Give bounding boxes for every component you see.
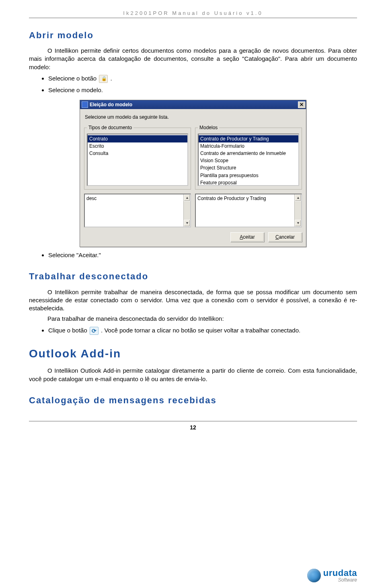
page-number: 12: [29, 424, 357, 431]
steps-abrir-modelo: Selecione o botão . Selecione o modelo.: [48, 74, 357, 94]
desc-left-panel[interactable]: desc ▴ ▾: [84, 194, 191, 227]
steps-after-dialog: Selecione "Aceitar.": [48, 251, 357, 259]
cancelar-button[interactable]: Cancelar: [268, 232, 302, 242]
list-modelos[interactable]: Contrato de Productor y Trading Matricul…: [198, 134, 299, 186]
brand-sub: Software: [323, 578, 357, 582]
step-select-button: Selecione o botão .: [48, 74, 357, 83]
scrollbar[interactable]: ▴ ▾: [294, 194, 301, 227]
list-item[interactable]: Feature proposal: [199, 179, 298, 186]
para-abrir-modelo: O Intellikon permite definir certos docu…: [29, 47, 357, 71]
step-select-model: Selecione o modelo.: [48, 86, 357, 94]
list-item[interactable]: Consulta: [88, 150, 187, 157]
group-tipos-documento: Tipos de documento Contrato Escrito Cons…: [84, 124, 191, 189]
list-item[interactable]: Plantilla para presupuestos: [199, 172, 298, 179]
para-outlook-addin: O Intellikon Outlook Add-in permite cata…: [29, 367, 357, 383]
scroll-up-icon[interactable]: ▴: [295, 194, 301, 201]
dialog-title: Eleição do modelo: [90, 101, 132, 108]
heading-catalogacao: Catalogação de mensagens recebidas: [29, 394, 357, 406]
footer: 12: [29, 421, 357, 431]
heading-outlook-addin: Outlook Add-in: [29, 346, 357, 361]
step-text-pre: Clique o botão: [48, 327, 89, 334]
model-button-icon: [99, 75, 108, 83]
legend-tipos: Tipos de documento: [87, 124, 133, 131]
step-text-post: .: [110, 75, 112, 82]
brand-name: urudata: [323, 569, 357, 578]
list-item[interactable]: Escrito: [88, 142, 187, 150]
list-item[interactable]: Project Structure: [199, 164, 298, 171]
dialog-titlebar: Eleição do modelo ✕: [80, 100, 306, 109]
brand-globe-icon: [307, 569, 321, 582]
para-desconectado-1: O Intellikon permite trabalhar de maneir…: [29, 288, 357, 313]
step-text-pre: Selecione o botão: [48, 75, 98, 82]
disconnect-button-icon: [90, 327, 99, 335]
dialog-title-icon: [82, 101, 88, 108]
desc-right-text: Contrato de Productor y Trading: [196, 194, 294, 227]
heading-abrir-modelo: Abrir modelo: [29, 29, 357, 41]
list-item[interactable]: Contrato de arrendamiento de Inmueble: [199, 150, 298, 157]
scroll-down-icon[interactable]: ▾: [184, 220, 190, 227]
list-item[interactable]: Contrato: [88, 135, 187, 142]
brand-logo: urudata Software: [307, 569, 357, 582]
list-item[interactable]: Vision Scope: [199, 157, 298, 164]
step-text-post: . Você pode tornar a clicar no botão se …: [101, 327, 300, 334]
group-modelos: Modelos Contrato de Productor y Trading …: [195, 124, 302, 189]
close-icon[interactable]: ✕: [298, 101, 305, 108]
list-tipos[interactable]: Contrato Escrito Consulta: [87, 134, 188, 186]
legend-modelos: Modelos: [198, 124, 219, 131]
scrollbar[interactable]: ▴ ▾: [183, 194, 190, 227]
step-select-aceitar: Selecione "Aceitar.": [48, 251, 357, 259]
desc-right-panel[interactable]: Contrato de Productor y Trading ▴ ▾: [195, 194, 302, 227]
scroll-up-icon[interactable]: ▴: [184, 194, 190, 201]
list-item[interactable]: Contrato de Productor y Trading: [199, 135, 298, 142]
dialog-prompt: Selecione um modelo da seguinte lista.: [85, 114, 302, 120]
dialog-eleicao-modelo: Eleição do modelo ✕ Selecione um modelo …: [80, 100, 306, 247]
para-desconectado-2: Para trabalhar de maneira desconectada d…: [29, 315, 357, 323]
aceitar-button[interactable]: Aceitar: [230, 232, 264, 242]
heading-trabalhar-desconectado: Trabalhar desconectado: [29, 270, 357, 283]
desc-left-text: desc: [85, 194, 183, 227]
scroll-down-icon[interactable]: ▾: [295, 220, 301, 227]
doc-header: Ik22001POR Manual do Usuário v1.0: [29, 10, 357, 18]
step-click-disconnect: Clique o botão . Você pode tornar a clic…: [48, 326, 357, 335]
steps-desconectado: Clique o botão . Você pode tornar a clic…: [48, 326, 357, 335]
list-item[interactable]: Matricula-Formulario: [199, 142, 298, 150]
